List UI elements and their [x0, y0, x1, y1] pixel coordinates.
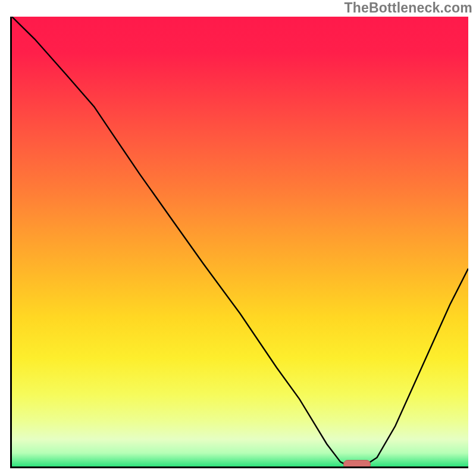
chart-container: TheBottleneck.com [0, 0, 476, 476]
watermark-text: TheBottleneck.com [344, 0, 472, 16]
optimal-point-marker [343, 460, 371, 468]
curve-path [12, 17, 468, 466]
bottleneck-curve [12, 17, 468, 466]
plot-area [10, 17, 468, 468]
